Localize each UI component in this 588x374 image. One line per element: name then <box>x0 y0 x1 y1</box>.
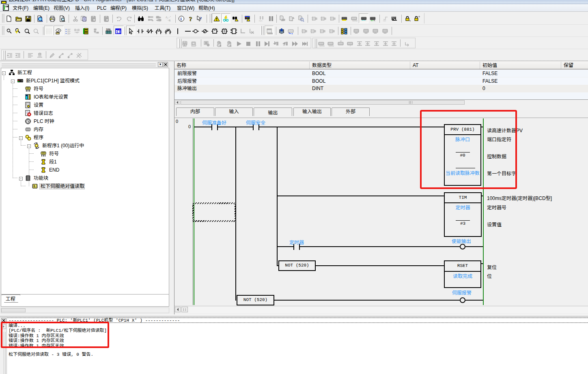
svg-text:i: i <box>181 16 182 21</box>
svg-text:?: ? <box>189 16 192 22</box>
svg-text:L: L <box>34 185 36 188</box>
svg-text:ronron: ronron <box>352 19 358 22</box>
svg-text:ron: ron <box>383 19 386 22</box>
svg-text:ronron: ronron <box>329 45 334 47</box>
svg-text:W: W <box>58 29 60 32</box>
svg-text:ronron: ronron <box>267 32 273 34</box>
svg-text:ron: ron <box>259 19 263 22</box>
svg-text:CI: CI <box>116 30 121 34</box>
svg-text:A: A <box>166 16 168 19</box>
svg-text:?: ? <box>200 16 202 21</box>
svg-text:ronron: ronron <box>319 45 325 47</box>
